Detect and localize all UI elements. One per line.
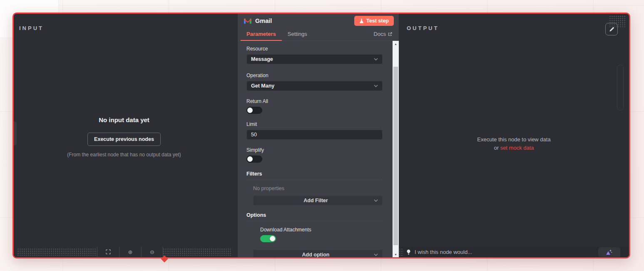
docs-link[interactable]: Docs: [373, 28, 393, 40]
toggle-knob: [247, 108, 253, 113]
simplify-toggle[interactable]: [246, 156, 262, 163]
output-message: Execute this node to view data: [477, 136, 550, 143]
test-step-label: Test step: [366, 18, 389, 24]
parameters-form: Resource Message Operation Get Many Retu…: [238, 41, 393, 257]
simplify-label: Simplify: [246, 147, 383, 153]
filters-section-header: Filters: [246, 171, 383, 180]
execute-previous-nodes-button[interactable]: Execute previous nodes: [87, 133, 161, 146]
download-attachments-toggle[interactable]: [260, 235, 276, 242]
node-tabs: Parameters Settings Docs: [238, 28, 399, 41]
scrollbar-up-arrow-icon[interactable]: ▲: [393, 41, 399, 47]
flask-icon: [359, 18, 364, 23]
panel-resize-handle-left[interactable]: [14, 122, 17, 145]
node-header: Gmail Test step: [238, 14, 399, 28]
input-panel: INPUT No input data yet Execute previous…: [14, 14, 234, 257]
ai-sparkle-icon: [606, 249, 613, 255]
docs-label: Docs: [373, 31, 386, 37]
limit-input[interactable]: [246, 130, 383, 140]
tab-parameters[interactable]: Parameters: [241, 28, 282, 40]
scrollbar-thumb[interactable]: [393, 67, 398, 245]
panel-resize-handle-right[interactable]: [617, 65, 624, 110]
node-wish-bar: I wish this node would...: [399, 247, 629, 257]
toggle-knob: [247, 156, 253, 162]
tab-settings[interactable]: Settings: [282, 28, 313, 40]
add-option-label: Add option: [258, 252, 374, 257]
chevron-down-icon: [374, 85, 378, 87]
set-mock-data-link[interactable]: set mock data: [500, 145, 534, 151]
filters-empty-text: No properties: [253, 186, 383, 191]
test-step-button[interactable]: Test step: [354, 16, 394, 26]
operation-value: Get Many: [251, 83, 374, 89]
chevron-down-icon: [374, 253, 378, 256]
canvas-zoom-controls: ⊕ ⊖: [97, 246, 163, 257]
zoom-in-button[interactable]: ⊕: [119, 246, 141, 257]
return-all-label: Return All: [246, 98, 383, 104]
resource-label: Resource: [246, 46, 383, 52]
node-details-view: INPUT No input data yet Execute previous…: [12, 13, 630, 258]
add-filter-button[interactable]: Add Filter: [253, 196, 383, 206]
output-panel-title: OUTPUT: [407, 25, 439, 31]
lightbulb-icon: [406, 249, 411, 255]
output-panel: OUTPUT Execute this node to view data or…: [399, 14, 629, 257]
resource-value: Message: [251, 56, 374, 62]
add-filter-label: Add Filter: [258, 198, 374, 203]
resource-select[interactable]: Message: [246, 54, 383, 64]
operation-select[interactable]: Get Many: [246, 81, 383, 91]
panel-drag-strip[interactable]: [234, 14, 238, 257]
input-hint-text: (From the earliest node that has no outp…: [55, 151, 193, 158]
parameters-scrollbar[interactable]: ▲ ▼: [393, 41, 399, 257]
gmail-icon: [244, 18, 251, 24]
dot-grid-texture: [399, 248, 404, 256]
external-link-icon: [388, 32, 392, 36]
input-empty-state: No input data yet Execute previous nodes…: [14, 116, 234, 158]
ai-assistant-button[interactable]: [598, 247, 620, 257]
wish-input[interactable]: I wish this node would...: [415, 249, 598, 255]
add-option-button[interactable]: Add option: [253, 250, 383, 257]
toggle-knob: [270, 236, 275, 241]
input-panel-title: INPUT: [19, 25, 44, 31]
output-empty-state: Execute this node to view data or set mo…: [399, 136, 629, 152]
return-all-toggle[interactable]: [246, 107, 262, 114]
output-message-or: or: [494, 145, 499, 151]
edit-output-button[interactable]: [605, 23, 618, 35]
pencil-icon: [609, 27, 614, 32]
operation-label: Operation: [246, 73, 383, 78]
limit-label: Limit: [246, 121, 383, 127]
options-section-header: Options: [246, 212, 383, 221]
zoom-to-fit-button[interactable]: [97, 246, 119, 257]
input-bottom-toolbar: ⊕ ⊖: [14, 246, 234, 257]
chevron-down-icon: [374, 199, 378, 202]
parameters-scroll-area: Resource Message Operation Get Many Retu…: [238, 41, 399, 257]
node-title: Gmail: [255, 18, 272, 24]
chevron-down-icon: [374, 58, 378, 60]
zoom-in-icon: ⊕: [128, 249, 133, 255]
node-parameters-panel: Gmail Test step Parameters Settings Docs: [238, 14, 399, 257]
scrollbar-down-arrow-icon[interactable]: ▼: [393, 251, 399, 257]
no-input-data-heading: No input data yet: [14, 116, 234, 123]
download-attachments-label: Download Attachments: [260, 227, 383, 233]
zoom-out-icon: ⊖: [150, 249, 154, 255]
zoom-to-fit-icon: [106, 249, 111, 254]
zoom-out-button[interactable]: ⊖: [141, 246, 163, 257]
tabs-spacer: [313, 28, 374, 40]
